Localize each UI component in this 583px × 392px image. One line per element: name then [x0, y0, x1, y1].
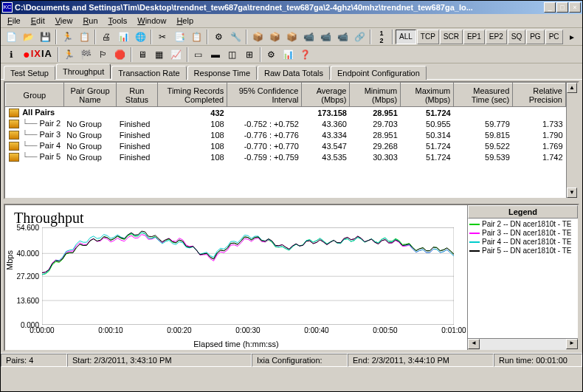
- toolbar-btn-ep2[interactable]: EP2: [486, 30, 507, 44]
- x-tick: 0:00:20: [167, 326, 191, 334]
- menu-view[interactable]: View: [50, 15, 78, 27]
- legend-scroll-left-icon[interactable]: ◄: [468, 339, 480, 349]
- layout1-icon[interactable]: ▭: [190, 47, 207, 62]
- menu-tools[interactable]: Tools: [103, 15, 133, 27]
- runner-icon[interactable]: 🏃: [59, 30, 75, 44]
- stop-icon[interactable]: 🛑: [112, 47, 128, 62]
- menubar: File Edit View Run Tools Window Help: [1, 14, 582, 28]
- col-header[interactable]: Maximum (Mbps): [401, 83, 454, 107]
- folder-icon: [9, 142, 19, 151]
- run-icon[interactable]: 🏃: [61, 47, 77, 62]
- table-row[interactable]: └── Pair 5No GroupFinished108-0.759 : +0…: [6, 151, 566, 162]
- toolbar-btn-tcp[interactable]: TCP: [417, 30, 439, 44]
- misc4-icon[interactable]: 📦: [283, 30, 300, 44]
- info-icon[interactable]: ℹ: [3, 47, 19, 62]
- tab-test-setup[interactable]: Test Setup: [4, 66, 55, 80]
- col-header[interactable]: Measured Time (sec): [454, 83, 513, 107]
- col-header[interactable]: Average (Mbps): [302, 83, 350, 107]
- export-icon[interactable]: 📊: [115, 30, 131, 44]
- save-icon[interactable]: 💾: [37, 30, 53, 44]
- tab-response-time[interactable]: Response Time: [187, 66, 257, 80]
- app-icon: KC: [2, 2, 13, 13]
- legend-item[interactable]: Pair 5 -- DN acer1810t - TE: [469, 247, 576, 255]
- cam2-icon[interactable]: 📹: [317, 30, 334, 44]
- layout3-icon[interactable]: ◫: [224, 47, 241, 62]
- y-tick: 40.000: [16, 250, 39, 258]
- legend-item[interactable]: Pair 2 -- DN acer1810t - TE: [469, 220, 576, 228]
- misc-icon[interactable]: 🔧: [227, 30, 244, 44]
- tab-transaction-rate[interactable]: Transaction Rate: [111, 66, 186, 80]
- toolbar-btn-scr[interactable]: SCR: [440, 30, 463, 44]
- open-icon[interactable]: 📂: [20, 30, 36, 44]
- legend-item[interactable]: Pair 4 -- DN acer1810t - TE: [469, 238, 576, 246]
- table-row[interactable]: └── Pair 3No GroupFinished108-0.776 : +0…: [6, 129, 566, 140]
- toolbar-btn-pc[interactable]: PC: [545, 30, 563, 44]
- cut-icon[interactable]: ✂: [154, 30, 170, 44]
- config-icon[interactable]: ⚙: [210, 30, 227, 44]
- table-row-all-pairs[interactable]: All Pairs432173.15828.95151.724: [6, 107, 566, 119]
- tab-raw-data-totals[interactable]: Raw Data Totals: [258, 66, 330, 80]
- help-icon[interactable]: ❓: [297, 47, 314, 62]
- col-header[interactable]: Pair Group Name: [63, 83, 117, 107]
- misc3-icon[interactable]: 📦: [266, 30, 283, 44]
- misc2-icon[interactable]: 📦: [249, 30, 266, 44]
- table-row[interactable]: └── Pair 2No GroupFinished108-0.752 : +0…: [6, 118, 566, 129]
- grid-icon[interactable]: ▦: [151, 47, 168, 62]
- new-icon[interactable]: 📄: [3, 30, 19, 44]
- legend-label: Pair 3 -- DN acer1810t - TE: [482, 229, 572, 237]
- html-icon[interactable]: 🌐: [132, 30, 148, 44]
- layout4-icon[interactable]: ⊞: [241, 47, 258, 62]
- layout2-icon[interactable]: ▬: [207, 47, 224, 62]
- x-tick: 0:00:30: [235, 326, 260, 334]
- tab-throughput[interactable]: Throughput: [56, 63, 111, 79]
- legend-label: Pair 2 -- DN acer1810t - TE: [482, 220, 572, 228]
- toolbar-btn-all[interactable]: ALL: [396, 30, 416, 44]
- tab-endpoint-configuration[interactable]: Endpoint Configuration: [331, 66, 427, 80]
- results-table: GroupPair Group NameRun StatusTiming Rec…: [5, 83, 566, 162]
- display-icon[interactable]: 🖥: [134, 47, 151, 62]
- x-tick: 0:00:40: [304, 326, 328, 334]
- minimize-button[interactable]: _: [544, 2, 556, 13]
- 12-icon[interactable]: 12: [373, 30, 390, 44]
- settings-icon[interactable]: ⚙: [263, 47, 280, 62]
- chart-icon[interactable]: 📈: [168, 47, 184, 62]
- toolbar-2: ℹ ●IXIA 🏃 🏁 🏳 🛑 🖥 ▦ 📈 ▭ ▬ ◫ ⊞ ⚙ 📊 ❓: [1, 46, 582, 63]
- toolbar-btn-pg[interactable]: PG: [526, 30, 544, 44]
- maximize-button[interactable]: □: [556, 2, 568, 13]
- menu-help[interactable]: Help: [171, 15, 199, 27]
- col-header[interactable]: Relative Precision: [513, 83, 566, 107]
- menu-run[interactable]: Run: [77, 15, 103, 27]
- legend-item[interactable]: Pair 3 -- DN acer1810t - TE: [469, 229, 576, 237]
- more-icon[interactable]: ▸: [564, 30, 580, 44]
- cam1-icon[interactable]: 📹: [300, 30, 317, 44]
- paste-icon[interactable]: 📋: [188, 30, 204, 44]
- menu-edit[interactable]: Edit: [26, 15, 50, 27]
- scroll-up-icon[interactable]: ▲: [567, 83, 577, 93]
- cam3-icon[interactable]: 📹: [334, 30, 351, 44]
- col-header[interactable]: Run Status: [117, 83, 157, 107]
- copy2-icon[interactable]: 📑: [171, 30, 187, 44]
- flag-icon[interactable]: 🏁: [78, 47, 94, 62]
- report-icon[interactable]: 📊: [280, 47, 297, 62]
- legend-scrollbar[interactable]: ◄ ►: [468, 338, 578, 350]
- legend-swatch: [469, 250, 480, 252]
- vertical-scrollbar[interactable]: ▲ ▼: [566, 83, 578, 198]
- toolbar-btn-sq[interactable]: SQ: [508, 30, 525, 44]
- col-header[interactable]: Group: [6, 83, 64, 107]
- col-header[interactable]: Minimum (Mbps): [350, 83, 401, 107]
- close-button[interactable]: ×: [569, 2, 581, 13]
- chart-xlabel: Elapsed time (h:mm:ss): [5, 340, 467, 348]
- col-header[interactable]: Timing Records Completed: [157, 83, 227, 107]
- legend-scroll-right-icon[interactable]: ►: [566, 339, 578, 349]
- table-row[interactable]: └── Pair 4No GroupFinished108-0.770 : +0…: [6, 140, 566, 151]
- copy-icon[interactable]: 📋: [76, 30, 92, 44]
- legend-pane: Legend Pair 2 -- DN acer1810t - TEPair 3…: [467, 205, 578, 350]
- flag2-icon[interactable]: 🏳: [95, 47, 111, 62]
- col-header[interactable]: 95% Confidence Interval: [227, 83, 302, 107]
- scroll-down-icon[interactable]: ▼: [567, 188, 577, 198]
- menu-window[interactable]: Window: [132, 15, 171, 27]
- print-icon[interactable]: 🖨: [98, 30, 114, 44]
- menu-file[interactable]: File: [2, 15, 26, 27]
- net-icon[interactable]: 🔗: [351, 30, 368, 44]
- toolbar-btn-ep1[interactable]: EP1: [463, 30, 485, 44]
